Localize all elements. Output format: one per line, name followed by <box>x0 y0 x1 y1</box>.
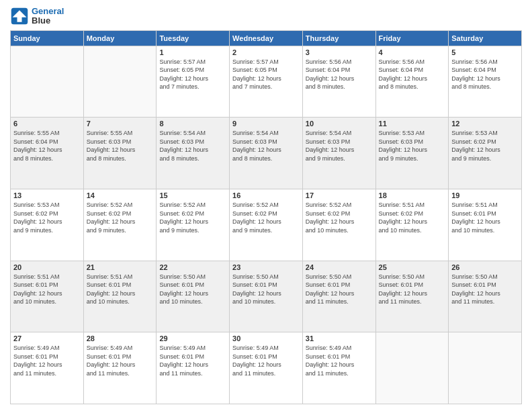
calendar-day-cell: 30Sunrise: 5:49 AM Sunset: 6:01 PM Dayli… <box>230 332 303 404</box>
day-info: Sunrise: 5:49 AM Sunset: 6:01 PM Dayligh… <box>306 344 373 377</box>
day-info: Sunrise: 5:50 AM Sunset: 6:01 PM Dayligh… <box>451 273 519 306</box>
day-number: 19 <box>451 191 519 199</box>
day-info: Sunrise: 5:55 AM Sunset: 6:04 PM Dayligh… <box>13 129 81 163</box>
day-number: 11 <box>379 120 446 128</box>
day-number: 22 <box>159 263 226 271</box>
calendar-day-cell: 21Sunrise: 5:51 AM Sunset: 6:01 PM Dayli… <box>83 261 157 332</box>
calendar-day-cell: 29Sunrise: 5:49 AM Sunset: 6:01 PM Dayli… <box>157 332 230 404</box>
day-number: 13 <box>13 191 81 199</box>
calendar-day-cell: 26Sunrise: 5:50 AM Sunset: 6:01 PM Dayli… <box>449 261 522 332</box>
calendar-day-cell: 25Sunrise: 5:50 AM Sunset: 6:01 PM Dayli… <box>375 261 449 332</box>
calendar-day-cell: 8Sunrise: 5:54 AM Sunset: 6:03 PM Daylig… <box>157 118 230 189</box>
calendar-day-cell: 2Sunrise: 5:57 AM Sunset: 6:05 PM Daylig… <box>230 46 303 118</box>
day-info: Sunrise: 5:53 AM Sunset: 6:02 PM Dayligh… <box>451 129 519 163</box>
calendar-week-row: 6Sunrise: 5:55 AM Sunset: 6:04 PM Daylig… <box>11 118 522 189</box>
day-info: Sunrise: 5:50 AM Sunset: 6:01 PM Dayligh… <box>379 273 446 306</box>
calendar-header-sunday: Sunday <box>11 30 84 46</box>
logo-icon <box>10 7 29 26</box>
day-info: Sunrise: 5:53 AM Sunset: 6:03 PM Dayligh… <box>379 129 446 163</box>
calendar-header-wednesday: Wednesday <box>230 30 303 46</box>
calendar-day-cell: 13Sunrise: 5:53 AM Sunset: 6:02 PM Dayli… <box>11 189 84 261</box>
calendar-header-saturday: Saturday <box>449 30 522 46</box>
day-info: Sunrise: 5:52 AM Sunset: 6:02 PM Dayligh… <box>87 201 154 234</box>
calendar-day-cell: 18Sunrise: 5:51 AM Sunset: 6:02 PM Dayli… <box>375 189 449 261</box>
day-number: 4 <box>379 48 446 56</box>
day-number: 5 <box>451 48 519 56</box>
calendar-day-cell: 6Sunrise: 5:55 AM Sunset: 6:04 PM Daylig… <box>11 118 84 189</box>
calendar-week-row: 27Sunrise: 5:49 AM Sunset: 6:01 PM Dayli… <box>11 332 522 404</box>
calendar-day-cell: 3Sunrise: 5:56 AM Sunset: 6:04 PM Daylig… <box>302 46 375 118</box>
calendar-day-cell: 11Sunrise: 5:53 AM Sunset: 6:03 PM Dayli… <box>375 118 449 189</box>
day-info: Sunrise: 5:54 AM Sunset: 6:03 PM Dayligh… <box>232 129 300 163</box>
calendar-day-cell: 28Sunrise: 5:49 AM Sunset: 6:01 PM Dayli… <box>83 332 157 404</box>
day-info: Sunrise: 5:49 AM Sunset: 6:01 PM Dayligh… <box>13 344 81 377</box>
calendar-day-cell: 31Sunrise: 5:49 AM Sunset: 6:01 PM Dayli… <box>302 332 375 404</box>
day-number: 6 <box>13 120 81 128</box>
calendar-day-cell: 15Sunrise: 5:52 AM Sunset: 6:02 PM Dayli… <box>157 189 230 261</box>
day-number: 20 <box>13 263 81 271</box>
calendar-day-cell: 5Sunrise: 5:56 AM Sunset: 6:04 PM Daylig… <box>449 46 522 118</box>
calendar-day-cell: 22Sunrise: 5:50 AM Sunset: 6:01 PM Dayli… <box>157 261 230 332</box>
day-number: 15 <box>159 191 226 199</box>
day-number: 29 <box>159 334 226 342</box>
day-info: Sunrise: 5:49 AM Sunset: 6:01 PM Dayligh… <box>87 344 154 377</box>
calendar-day-cell: 16Sunrise: 5:52 AM Sunset: 6:02 PM Dayli… <box>230 189 303 261</box>
calendar-header-friday: Friday <box>375 30 449 46</box>
day-info: Sunrise: 5:57 AM Sunset: 6:05 PM Dayligh… <box>232 58 300 91</box>
calendar-day-cell: 10Sunrise: 5:54 AM Sunset: 6:03 PM Dayli… <box>302 118 375 189</box>
calendar-day-cell: 9Sunrise: 5:54 AM Sunset: 6:03 PM Daylig… <box>230 118 303 189</box>
day-number: 24 <box>306 263 373 271</box>
day-info: Sunrise: 5:54 AM Sunset: 6:03 PM Dayligh… <box>306 129 373 163</box>
day-info: Sunrise: 5:52 AM Sunset: 6:02 PM Dayligh… <box>159 201 226 234</box>
calendar-day-cell: 12Sunrise: 5:53 AM Sunset: 6:02 PM Dayli… <box>449 118 522 189</box>
day-info: Sunrise: 5:56 AM Sunset: 6:04 PM Dayligh… <box>379 58 446 91</box>
day-number: 2 <box>232 48 300 56</box>
calendar-day-cell: 27Sunrise: 5:49 AM Sunset: 6:01 PM Dayli… <box>11 332 84 404</box>
logo-text: General Blue <box>32 7 64 26</box>
page-header: General Blue <box>10 7 522 26</box>
day-info: Sunrise: 5:51 AM Sunset: 6:01 PM Dayligh… <box>87 273 154 306</box>
calendar-day-cell <box>449 332 522 404</box>
day-number: 7 <box>87 120 154 128</box>
day-number: 30 <box>232 334 300 342</box>
day-info: Sunrise: 5:50 AM Sunset: 6:01 PM Dayligh… <box>232 273 300 306</box>
day-info: Sunrise: 5:57 AM Sunset: 6:05 PM Dayligh… <box>159 58 226 91</box>
calendar-day-cell: 4Sunrise: 5:56 AM Sunset: 6:04 PM Daylig… <box>375 46 449 118</box>
calendar-day-cell: 7Sunrise: 5:55 AM Sunset: 6:03 PM Daylig… <box>83 118 157 189</box>
day-info: Sunrise: 5:54 AM Sunset: 6:03 PM Dayligh… <box>159 129 226 163</box>
day-info: Sunrise: 5:56 AM Sunset: 6:04 PM Dayligh… <box>306 58 373 91</box>
day-number: 28 <box>87 334 154 342</box>
day-number: 25 <box>379 263 446 271</box>
day-info: Sunrise: 5:56 AM Sunset: 6:04 PM Dayligh… <box>451 58 519 91</box>
day-number: 27 <box>13 334 81 342</box>
day-number: 12 <box>451 120 519 128</box>
day-number: 1 <box>159 48 226 56</box>
calendar-day-cell: 23Sunrise: 5:50 AM Sunset: 6:01 PM Dayli… <box>230 261 303 332</box>
calendar-day-cell: 14Sunrise: 5:52 AM Sunset: 6:02 PM Dayli… <box>83 189 157 261</box>
calendar-week-row: 1Sunrise: 5:57 AM Sunset: 6:05 PM Daylig… <box>11 46 522 118</box>
day-number: 21 <box>87 263 154 271</box>
day-number: 10 <box>306 120 373 128</box>
calendar-day-cell: 19Sunrise: 5:51 AM Sunset: 6:01 PM Dayli… <box>449 189 522 261</box>
calendar-header-thursday: Thursday <box>302 30 375 46</box>
calendar-page: General Blue SundayMondayTuesdayWednesda… <box>0 0 532 411</box>
calendar-table: SundayMondayTuesdayWednesdayThursdayFrid… <box>10 30 522 404</box>
day-info: Sunrise: 5:52 AM Sunset: 6:02 PM Dayligh… <box>306 201 373 234</box>
calendar-header-row: SundayMondayTuesdayWednesdayThursdayFrid… <box>11 30 522 46</box>
logo: General Blue <box>10 7 64 26</box>
day-info: Sunrise: 5:49 AM Sunset: 6:01 PM Dayligh… <box>159 344 226 377</box>
day-info: Sunrise: 5:51 AM Sunset: 6:02 PM Dayligh… <box>379 201 446 234</box>
day-number: 31 <box>306 334 373 342</box>
day-number: 8 <box>159 120 226 128</box>
day-info: Sunrise: 5:51 AM Sunset: 6:01 PM Dayligh… <box>13 273 81 306</box>
day-number: 16 <box>232 191 300 199</box>
calendar-day-cell: 17Sunrise: 5:52 AM Sunset: 6:02 PM Dayli… <box>302 189 375 261</box>
day-number: 9 <box>232 120 300 128</box>
day-number: 14 <box>87 191 154 199</box>
calendar-day-cell <box>11 46 84 118</box>
calendar-day-cell: 20Sunrise: 5:51 AM Sunset: 6:01 PM Dayli… <box>11 261 84 332</box>
day-number: 17 <box>306 191 373 199</box>
day-number: 3 <box>306 48 373 56</box>
calendar-header-tuesday: Tuesday <box>157 30 230 46</box>
calendar-day-cell: 1Sunrise: 5:57 AM Sunset: 6:05 PM Daylig… <box>157 46 230 118</box>
